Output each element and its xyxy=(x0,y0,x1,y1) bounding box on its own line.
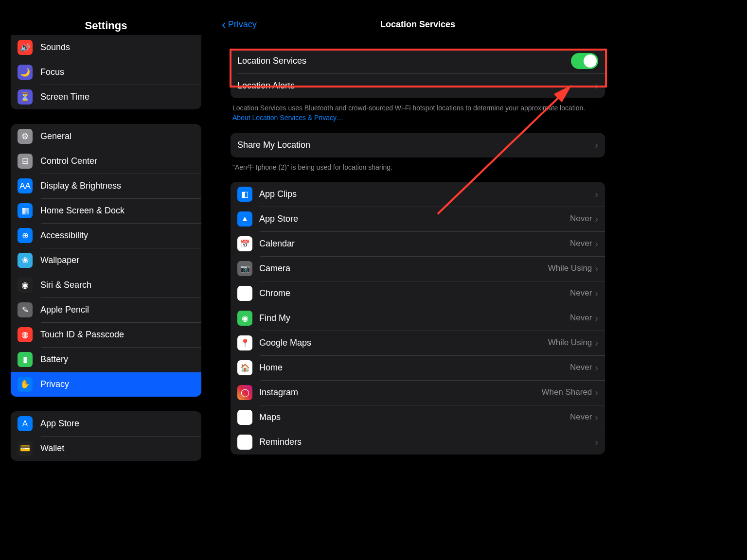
app-label: Home xyxy=(259,363,283,373)
app-icon: 📅 xyxy=(237,236,252,251)
sidebar-icon: ✋ xyxy=(18,377,33,392)
app-row-home[interactable]: 🏠HomeNever› xyxy=(231,355,605,380)
chevron-right-icon: › xyxy=(595,288,598,299)
sidebar-item-label: Display & Brightness xyxy=(40,181,121,191)
app-label: Google Maps xyxy=(259,338,311,348)
nav-bar: ‹ Privacy Location Services xyxy=(213,10,622,39)
row-label: Share My Location xyxy=(237,140,310,150)
sidebar-icon: ▦ xyxy=(18,203,33,218)
sidebar-item-label: Sounds xyxy=(40,42,70,52)
share-location-group: Share My Location› xyxy=(231,133,605,158)
app-icon: ▲ xyxy=(237,211,252,227)
row-location-alerts[interactable]: Location Alerts› xyxy=(231,73,605,98)
row-location-services[interactable]: Location Services xyxy=(231,49,605,73)
app-label: Instagram xyxy=(259,387,298,398)
app-label: Maps xyxy=(259,412,281,422)
location-services-toggle[interactable] xyxy=(571,53,598,69)
app-row-camera[interactable]: 📷CameraWhile Using› xyxy=(231,256,605,281)
sidebar-item-privacy[interactable]: ✋Privacy xyxy=(11,372,201,397)
app-row-chrome[interactable]: ◎ChromeNever› xyxy=(231,281,605,306)
share-location-footer: "Aen牛 Iphone (2)" is being used for loca… xyxy=(232,162,603,172)
sidebar-icon: ▮ xyxy=(18,352,33,367)
chevron-right-icon: › xyxy=(595,362,598,373)
sidebar-item-focus[interactable]: 🌙Focus xyxy=(11,60,201,85)
sidebar-item-wallet[interactable]: 💳Wallet xyxy=(11,436,201,461)
sidebar-item-accessibility[interactable]: ⊕Accessibility xyxy=(11,223,201,248)
chevron-right-icon: › xyxy=(595,189,598,200)
sidebar-item-label: Home Screen & Dock xyxy=(40,206,124,216)
app-row-google-maps[interactable]: 📍Google MapsWhile Using› xyxy=(231,331,605,355)
sidebar-item-touch-id-passcode[interactable]: ◍Touch ID & Passcode xyxy=(11,322,201,347)
sidebar-item-label: Screen Time xyxy=(40,92,89,102)
sidebar-item-label: App Store xyxy=(40,419,79,429)
chevron-right-icon: › xyxy=(595,387,598,398)
chevron-right-icon: › xyxy=(595,238,598,249)
chevron-right-icon: › xyxy=(595,437,598,448)
sidebar-group-1: ⚙︎General⊟Control CenterAADisplay & Brig… xyxy=(11,124,201,397)
sidebar-icon: ⊟ xyxy=(18,154,33,169)
sidebar-item-screen-time[interactable]: ⏳Screen Time xyxy=(11,85,201,109)
sidebar-item-battery[interactable]: ▮Battery xyxy=(11,347,201,372)
app-row-maps[interactable]: 🗺MapsNever› xyxy=(231,405,605,430)
location-services-footer: Location Services uses Bluetooth and cro… xyxy=(232,103,603,123)
chevron-right-icon: › xyxy=(595,313,598,324)
sidebar-icon: ⊕ xyxy=(18,228,33,243)
sidebar-item-label: Touch ID & Passcode xyxy=(40,330,124,340)
chevron-right-icon: › xyxy=(595,412,598,423)
sidebar-icon: ◍ xyxy=(18,327,33,342)
sidebar-item-general[interactable]: ⚙︎General xyxy=(11,124,201,149)
sidebar-item-sounds[interactable]: 🔊Sounds xyxy=(11,35,201,60)
sidebar-item-apple-pencil[interactable]: ✎Apple Pencil xyxy=(11,298,201,322)
settings-sidebar: Settings 🔊Sounds🌙Focus⏳Screen Time ⚙︎Gen… xyxy=(0,0,213,467)
row-share-my-location[interactable]: Share My Location› xyxy=(231,133,605,158)
app-row-reminders[interactable]: Reminders› xyxy=(231,430,605,455)
app-icon: 📍 xyxy=(237,335,252,350)
sidebar-icon: 💳 xyxy=(18,441,33,456)
back-button[interactable]: ‹ Privacy xyxy=(222,18,257,31)
sidebar-item-label: Wallpaper xyxy=(40,255,79,265)
app-icon: ◎ xyxy=(237,286,252,301)
app-icon xyxy=(237,435,252,450)
sidebar-group-2: AApp Store💳Wallet xyxy=(11,411,201,461)
sidebar-item-label: Apple Pencil xyxy=(40,305,89,315)
sidebar-icon: ✎ xyxy=(18,302,33,317)
chevron-right-icon: › xyxy=(595,213,598,225)
sidebar-item-display-brightness[interactable]: AADisplay & Brightness xyxy=(11,174,201,198)
app-icon: 🗺 xyxy=(237,410,252,425)
sidebar-icon: ◉ xyxy=(18,278,33,293)
app-permission-value: Never xyxy=(570,239,592,248)
app-label: App Store xyxy=(259,214,298,224)
chevron-right-icon: › xyxy=(595,80,598,91)
app-permission-value: Never xyxy=(570,412,592,422)
app-label: Calendar xyxy=(259,239,295,249)
page-title: Location Services xyxy=(380,19,455,30)
sidebar-icon: ⚙︎ xyxy=(18,129,33,144)
chevron-right-icon: › xyxy=(595,140,598,151)
app-permission-value: Never xyxy=(570,363,592,372)
app-icon: ◯ xyxy=(237,385,252,400)
app-icon: 📷 xyxy=(237,261,252,276)
back-label: Privacy xyxy=(228,19,257,30)
sidebar-icon: 🔊 xyxy=(18,40,33,55)
app-label: Chrome xyxy=(259,288,290,298)
sidebar-item-label: Privacy xyxy=(40,379,69,389)
app-permission-value: Never xyxy=(570,214,592,224)
app-permission-value: When Shared xyxy=(541,387,592,397)
apps-group: ◧App Clips›▲App StoreNever›📅CalendarNeve… xyxy=(231,182,605,455)
app-row-app-store[interactable]: ▲App StoreNever› xyxy=(231,207,605,231)
app-label: Reminders xyxy=(259,437,302,447)
chevron-right-icon: › xyxy=(595,337,598,349)
app-row-calendar[interactable]: 📅CalendarNever› xyxy=(231,231,605,256)
app-row-app-clips[interactable]: ◧App Clips› xyxy=(231,182,605,207)
sidebar-item-control-center[interactable]: ⊟Control Center xyxy=(11,149,201,174)
sidebar-item-wallpaper[interactable]: ❀Wallpaper xyxy=(11,248,201,273)
chevron-left-icon: ‹ xyxy=(222,18,226,31)
sidebar-item-siri-search[interactable]: ◉Siri & Search xyxy=(11,273,201,298)
app-row-find-my[interactable]: ◉Find MyNever› xyxy=(231,306,605,331)
about-location-link[interactable]: About Location Services & Privacy… xyxy=(232,114,343,122)
app-row-instagram[interactable]: ◯InstagramWhen Shared› xyxy=(231,380,605,405)
sidebar-title: Settings xyxy=(0,19,212,32)
sidebar-item-app-store[interactable]: AApp Store xyxy=(11,411,201,436)
location-services-group: Location ServicesLocation Alerts› xyxy=(231,49,605,98)
sidebar-item-home-screen-dock[interactable]: ▦Home Screen & Dock xyxy=(11,198,201,223)
